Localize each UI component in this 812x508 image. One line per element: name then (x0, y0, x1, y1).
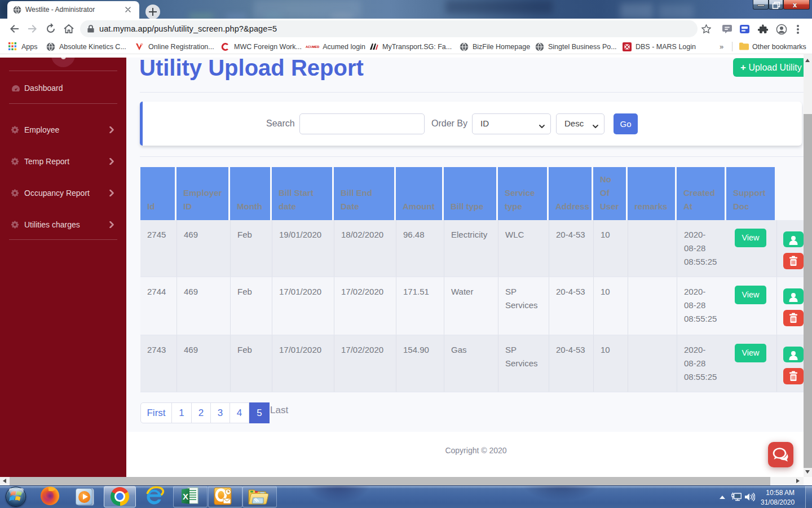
svg-text:X: X (183, 492, 188, 501)
